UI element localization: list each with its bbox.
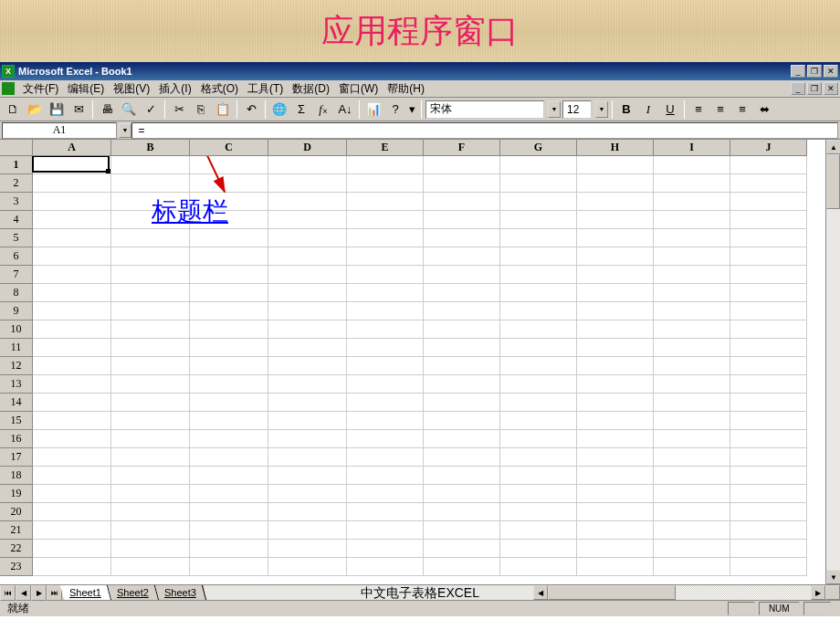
cell-G5[interactable] <box>500 229 577 247</box>
cell-E5[interactable] <box>347 229 424 247</box>
tabs-first-button[interactable]: ⏮ <box>0 585 16 601</box>
cell-D9[interactable] <box>268 302 347 320</box>
help-icon[interactable]: ? <box>385 100 405 120</box>
cell-J17[interactable] <box>730 448 807 467</box>
cell-I7[interactable] <box>654 266 730 284</box>
cell-D4[interactable] <box>268 211 347 229</box>
cell-C1[interactable] <box>190 156 268 174</box>
scroll-down-button[interactable]: ▼ <box>826 570 840 584</box>
cell-E18[interactable] <box>347 467 424 485</box>
cell-D12[interactable] <box>268 357 347 375</box>
cell-D15[interactable] <box>268 412 347 430</box>
cell-B21[interactable] <box>111 521 190 540</box>
row-header-18[interactable]: 18 <box>0 467 33 485</box>
cell-A8[interactable] <box>33 284 111 302</box>
cell-A2[interactable] <box>33 174 111 193</box>
cell-C11[interactable] <box>190 339 268 357</box>
cell-I15[interactable] <box>654 412 730 430</box>
cells-area[interactable]: 标题栏 <box>33 156 825 584</box>
cell-A19[interactable] <box>33 485 111 503</box>
menu-data[interactable]: 数据(D) <box>288 80 334 98</box>
cell-J4[interactable] <box>730 211 807 229</box>
row-header-17[interactable]: 17 <box>0 448 33 467</box>
cell-F17[interactable] <box>424 448 500 467</box>
chart-icon[interactable]: 📊 <box>363 100 383 120</box>
row-header-19[interactable]: 19 <box>0 485 33 503</box>
cell-G19[interactable] <box>500 485 577 503</box>
column-header-C[interactable]: C <box>190 140 268 156</box>
cell-D10[interactable] <box>268 320 347 339</box>
row-header-15[interactable]: 15 <box>0 412 33 430</box>
cell-D17[interactable] <box>268 448 347 467</box>
mdi-close-button[interactable]: ✕ <box>824 82 838 95</box>
cell-J23[interactable] <box>730 558 807 576</box>
cell-C23[interactable] <box>190 558 268 576</box>
cell-D21[interactable] <box>268 521 347 540</box>
cell-B5[interactable] <box>111 229 190 247</box>
cell-H11[interactable] <box>577 339 654 357</box>
cell-F8[interactable] <box>424 284 500 302</box>
cell-I23[interactable] <box>654 558 730 576</box>
new-doc-icon[interactable]: 🗋 <box>3 100 23 120</box>
sheet-tab-2[interactable]: Sheet2 <box>108 585 159 600</box>
close-button[interactable]: ✕ <box>824 65 838 78</box>
cell-D14[interactable] <box>268 394 347 412</box>
cell-F13[interactable] <box>424 375 500 394</box>
font-name-select[interactable]: 宋体 <box>425 100 544 119</box>
row-header-9[interactable]: 9 <box>0 302 33 320</box>
cell-G11[interactable] <box>500 339 577 357</box>
cell-B15[interactable] <box>111 412 190 430</box>
cell-C6[interactable] <box>190 247 268 266</box>
cell-F22[interactable] <box>424 540 500 558</box>
cell-A12[interactable] <box>33 357 111 375</box>
cell-D2[interactable] <box>268 174 347 193</box>
name-box-dropdown-icon[interactable]: ▼ <box>119 123 131 138</box>
cell-I8[interactable] <box>654 284 730 302</box>
open-icon[interactable]: 📂 <box>25 100 45 120</box>
cell-H12[interactable] <box>577 357 654 375</box>
cell-I16[interactable] <box>654 430 730 448</box>
tabs-last-button[interactable]: ⏭ <box>47 585 62 601</box>
cell-F4[interactable] <box>424 211 500 229</box>
cell-H9[interactable] <box>577 302 654 320</box>
column-header-F[interactable]: F <box>424 140 500 156</box>
cell-J8[interactable] <box>730 284 807 302</box>
cell-H5[interactable] <box>577 229 654 247</box>
cell-I5[interactable] <box>654 229 730 247</box>
bold-button[interactable]: B <box>616 100 636 120</box>
cell-D19[interactable] <box>268 485 347 503</box>
underline-button[interactable]: U <box>660 100 680 120</box>
cell-F1[interactable] <box>424 156 500 174</box>
undo-icon[interactable]: ↶ <box>241 100 261 120</box>
cell-H21[interactable] <box>577 521 654 540</box>
row-header-7[interactable]: 7 <box>0 266 33 284</box>
cell-J2[interactable] <box>730 174 807 193</box>
cell-G20[interactable] <box>500 503 577 521</box>
cell-J22[interactable] <box>730 540 807 558</box>
cell-F2[interactable] <box>424 174 500 193</box>
h-scroll-track[interactable] <box>548 585 811 600</box>
cell-J6[interactable] <box>730 247 807 266</box>
toolbar-more[interactable]: ▾ <box>407 100 417 120</box>
cell-D5[interactable] <box>268 229 347 247</box>
column-header-J[interactable]: J <box>730 140 807 156</box>
cell-B18[interactable] <box>111 467 190 485</box>
cell-I3[interactable] <box>654 193 730 211</box>
cell-F21[interactable] <box>424 521 500 540</box>
font-dropdown-icon[interactable]: ▼ <box>548 101 561 118</box>
cell-G12[interactable] <box>500 357 577 375</box>
cell-F9[interactable] <box>424 302 500 320</box>
row-header-4[interactable]: 4 <box>0 211 33 229</box>
cell-J21[interactable] <box>730 521 807 540</box>
cell-H18[interactable] <box>577 467 654 485</box>
cell-D23[interactable] <box>268 558 347 576</box>
cell-B7[interactable] <box>111 266 190 284</box>
cell-A11[interactable] <box>33 339 111 357</box>
cell-I17[interactable] <box>654 448 730 467</box>
cell-G8[interactable] <box>500 284 577 302</box>
cell-F23[interactable] <box>424 558 500 576</box>
cell-A21[interactable] <box>33 521 111 540</box>
cell-H15[interactable] <box>577 412 654 430</box>
row-header-16[interactable]: 16 <box>0 430 33 448</box>
cell-C8[interactable] <box>190 284 268 302</box>
